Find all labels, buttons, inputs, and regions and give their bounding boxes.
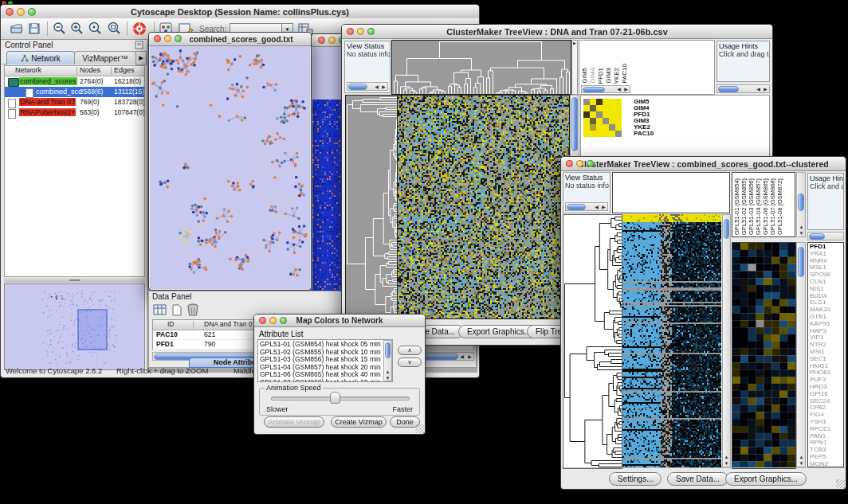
network-canvas[interactable] bbox=[150, 46, 310, 289]
tv1-labels-hscroll[interactable]: ◀ ▶ bbox=[581, 85, 630, 93]
scroll-right-arrow[interactable]: ▶ bbox=[380, 84, 387, 89]
col-header-edges[interactable]: Edges bbox=[114, 66, 135, 74]
zoom-button[interactable] bbox=[587, 160, 594, 167]
scroll-thumb[interactable] bbox=[348, 84, 367, 90]
open-file-icon[interactable] bbox=[10, 21, 24, 36]
scroll-up-arrow[interactable]: ▲ bbox=[798, 455, 805, 459]
scroll-left-arrow[interactable]: ◀ bbox=[593, 205, 600, 209]
tv1-heatmap[interactable] bbox=[397, 95, 570, 319]
attribute-item[interactable]: GPL51-07 (GSM868) heat shock 60 min bbox=[260, 379, 391, 382]
scroll-up-arrow[interactable]: ▲ bbox=[723, 455, 730, 459]
scroll-thumb[interactable] bbox=[571, 97, 578, 151]
scroll-thumb[interactable] bbox=[809, 233, 825, 240]
save-icon[interactable] bbox=[27, 21, 41, 36]
tab-overflow-button[interactable]: ▶ bbox=[135, 51, 147, 65]
new-attribute-icon[interactable] bbox=[171, 303, 183, 317]
scroll-right-arrow[interactable]: ▶ bbox=[600, 205, 607, 209]
network-list-row[interactable]: DNA and Tran 07769(0)183728(0) bbox=[5, 97, 144, 107]
zoom-in-icon[interactable] bbox=[69, 21, 84, 36]
scroll-left-arrow[interactable]: ◀ bbox=[458, 354, 465, 359]
tv1-row-dendrogram[interactable] bbox=[345, 95, 398, 319]
resize-grip[interactable] bbox=[415, 424, 424, 433]
button-export-graphics-[interactable]: Export Graphics... bbox=[725, 472, 807, 486]
scroll-right-arrow[interactable]: ▶ bbox=[466, 354, 473, 359]
dialog-title-bar[interactable]: Map Colors to Network bbox=[254, 315, 425, 327]
speed-slider-thumb[interactable] bbox=[330, 392, 340, 404]
scroll-down-arrow[interactable]: ▼ bbox=[384, 376, 391, 381]
scroll-left-arrow[interactable]: ◀ bbox=[373, 84, 380, 89]
move-up-button[interactable]: ∧ bbox=[398, 346, 422, 355]
tv2-status-scroll[interactable]: ◀ ▶ bbox=[565, 202, 608, 211]
scroll-up-arrow[interactable]: ▲ bbox=[798, 225, 805, 229]
zoom-selected-icon[interactable] bbox=[87, 21, 103, 36]
tv1-zoom-heatmap[interactable] bbox=[583, 99, 622, 137]
select-attributes-icon[interactable] bbox=[153, 303, 167, 317]
tv1-status-scroll[interactable]: ◀ ▶ bbox=[347, 82, 388, 91]
zoom-button[interactable] bbox=[175, 35, 182, 42]
close-button[interactable] bbox=[259, 317, 266, 324]
tv2-zoom-heatmap[interactable] bbox=[732, 242, 796, 469]
close-button[interactable] bbox=[347, 28, 354, 35]
attribute-listbox[interactable]: GPL51-01 (GSM854) heat shock 05 minGPL51… bbox=[257, 339, 393, 382]
network-list-row[interactable]: combined_scores2764(0)16218(0) bbox=[5, 76, 144, 87]
zoom-button[interactable] bbox=[280, 317, 287, 324]
help-icon[interactable] bbox=[132, 21, 147, 37]
tv1-hints-scroll[interactable]: ◀ ▶ bbox=[716, 84, 770, 93]
tv2-column-dendrogram-area[interactable] bbox=[612, 172, 730, 213]
tv2-genes-vscroll[interactable]: ▲ ▼ bbox=[796, 242, 806, 467]
scroll-thumb[interactable] bbox=[718, 86, 739, 92]
close-button[interactable] bbox=[154, 35, 161, 42]
zoom-button[interactable] bbox=[28, 8, 36, 16]
move-down-button[interactable]: ∨ bbox=[398, 357, 422, 367]
scroll-left-arrow[interactable]: ◀ bbox=[615, 87, 622, 92]
close-button[interactable] bbox=[6, 8, 14, 16]
network-title-bar[interactable]: combined_scores_good.txt--cluste... bbox=[149, 33, 311, 46]
main-title-bar[interactable]: Cytoscape Desktop (Session Name: collins… bbox=[1, 5, 479, 19]
data-col-id[interactable]: ID bbox=[167, 320, 175, 328]
tab-network[interactable]: Network bbox=[6, 51, 75, 64]
network-list-row[interactable]: combined_sco2569(6)13112(15) bbox=[5, 87, 144, 97]
scroll-right-arrow[interactable]: ▶ bbox=[622, 87, 630, 92]
tab-vizmapper[interactable]: VizMapper™ bbox=[74, 51, 136, 64]
minimize-button[interactable] bbox=[328, 37, 336, 44]
scroll-thumb[interactable] bbox=[798, 193, 804, 211]
gene-label[interactable]: MON2 bbox=[810, 461, 843, 467]
zoom-out-icon[interactable] bbox=[52, 21, 66, 36]
float-panel-icon[interactable] bbox=[135, 41, 143, 49]
tv2-row-dendrogram[interactable] bbox=[563, 214, 622, 469]
attribute-list-vscroll[interactable]: ▲ ▼ bbox=[383, 340, 392, 381]
resize-grip[interactable] bbox=[836, 479, 845, 488]
speed-slider-track[interactable] bbox=[271, 397, 410, 400]
panel-splitter[interactable] bbox=[4, 278, 145, 283]
scroll-thumb[interactable] bbox=[583, 87, 605, 92]
scroll-thumb[interactable] bbox=[385, 342, 391, 358]
scroll-down-arrow[interactable]: ▼ bbox=[723, 461, 730, 466]
col-header-network[interactable]: Network bbox=[15, 66, 41, 74]
treeview1-title-bar[interactable]: ClusterMaker TreeView : DNA and Tran 07-… bbox=[342, 25, 772, 39]
tv2-heatmap[interactable] bbox=[622, 214, 721, 467]
scroll-down-arrow[interactable]: ▼ bbox=[798, 231, 805, 236]
scroll-thumb[interactable] bbox=[798, 247, 804, 277]
button-settings-[interactable]: Settings... bbox=[609, 472, 662, 486]
button-save-data-[interactable]: Save Data... bbox=[667, 472, 728, 486]
network-overview-canvas[interactable] bbox=[5, 284, 144, 369]
scroll-thumb[interactable] bbox=[567, 204, 586, 210]
tv2-hints-scroll[interactable] bbox=[807, 232, 844, 240]
minimize-button[interactable] bbox=[269, 317, 277, 324]
scroll-down-arrow[interactable]: ▼ bbox=[798, 461, 805, 466]
close-button[interactable] bbox=[566, 160, 573, 167]
scroll-right-arrow[interactable]: ▶ bbox=[762, 87, 769, 92]
minimize-button[interactable] bbox=[17, 8, 25, 16]
minimize-button[interactable] bbox=[164, 35, 171, 42]
tv2-labels-vscroll[interactable]: ▲ ▼ bbox=[796, 172, 806, 237]
zoom-fit-icon[interactable] bbox=[106, 21, 122, 36]
tv1-splitter-strip[interactable]: ▶ bbox=[571, 40, 578, 95]
tv2-gene-list[interactable]: PFD1YRA1RNR4MSL1SPC98CLN1NIS1BUD4ELG1MAK… bbox=[808, 243, 843, 467]
tv1-column-dendrogram[interactable] bbox=[391, 40, 571, 95]
dialog-button-create-vizmap[interactable]: Create Vizmap bbox=[331, 416, 387, 428]
treeview2-title-bar[interactable]: ClusterMaker TreeView : combined_scores_… bbox=[561, 157, 846, 171]
zoom-button[interactable] bbox=[367, 28, 375, 35]
dialog-button-animate-vizmap[interactable]: Animate Vizmap bbox=[264, 416, 324, 428]
tv2-heatmap-vscroll[interactable]: ▲ ▼ bbox=[722, 214, 731, 467]
scroll-left-arrow[interactable]: ◀ bbox=[755, 87, 762, 92]
